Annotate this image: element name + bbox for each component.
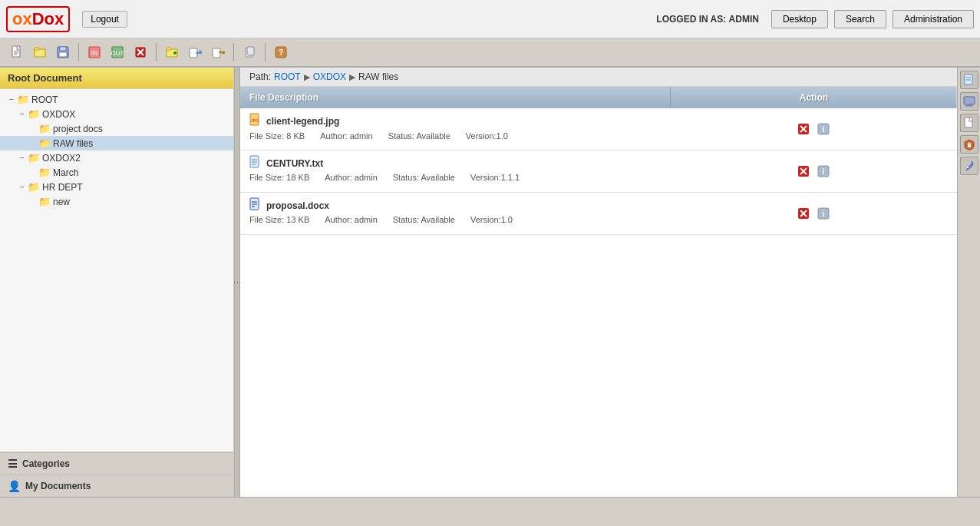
tree-toggle-oxdox[interactable]: − — [17, 110, 28, 118]
tree-toggle-root[interactable]: − — [6, 95, 17, 104]
rp-button-1[interactable] — [960, 71, 978, 89]
tree-item-raw-files[interactable]: 📁 RAW files — [0, 136, 233, 151]
file-size-1: File Size: 8 KB — [249, 131, 305, 141]
open-button[interactable] — [29, 42, 51, 62]
sidebar-header: Root Document — [0, 68, 233, 89]
sidebar: Root Document − 📁 ROOT − 📁 OXDOX 📁 proje… — [0, 68, 234, 497]
tree-item-hr-dept[interactable]: − 📁 HR DEPT — [0, 180, 233, 194]
folder-icon-hr-dept: 📁 — [28, 181, 40, 193]
breadcrumb-prefix: Path: — [249, 71, 271, 82]
export-button[interactable] — [207, 42, 229, 62]
rp-button-3[interactable] — [960, 114, 978, 132]
svg-text:i: i — [823, 210, 825, 218]
search-button[interactable]: Search — [834, 10, 886, 28]
status-bar — [0, 497, 980, 514]
content-area: Path: ROOT ▶ OXDOX ▶ RAW files File Desc… — [240, 68, 957, 497]
svg-text:i: i — [823, 125, 825, 134]
logged-in-label: LOGGED IN AS: ADMIN — [656, 14, 759, 25]
rp-button-4[interactable] — [960, 135, 978, 154]
breadcrumb-arrow2: ▶ — [349, 72, 355, 82]
save-button[interactable] — [52, 42, 74, 62]
rp-button-2[interactable] — [960, 92, 978, 111]
logo-ox: ox — [12, 9, 32, 28]
logo-text: oxDox — [6, 6, 70, 32]
file-status-2: Status: Available — [393, 173, 455, 182]
file-name-1[interactable]: JPG client-legend.jpg — [249, 113, 661, 130]
tree-item-oxdox[interactable]: − 📁 OXDOX — [0, 107, 233, 121]
rp-button-5[interactable] — [960, 157, 978, 175]
help-button[interactable]: ? — [270, 42, 292, 62]
file-meta-1: File Size: 8 KB Author: admin Status: Av… — [249, 131, 661, 141]
my-documents-btn[interactable]: 👤 My Documents — [0, 475, 233, 497]
import-button[interactable] — [184, 42, 206, 62]
delete-file-3-button[interactable] — [795, 205, 812, 222]
tree-label-march: March — [53, 167, 78, 178]
tree-toggle-hr-dept[interactable]: − — [17, 183, 28, 191]
delete-file-1-button[interactable] — [795, 121, 812, 137]
file-table-body: JPG client-legend.jpg File Size: 8 KB Au… — [240, 108, 957, 235]
checkout-button[interactable]: OUT — [107, 42, 128, 62]
tree-label-project-docs: project docs — [53, 124, 103, 134]
my-documents-label: My Documents — [25, 481, 91, 491]
table-row: JPG client-legend.jpg File Size: 8 KB Au… — [240, 108, 957, 151]
tree-item-root[interactable]: − 📁 ROOT — [0, 92, 233, 107]
svg-text:OUT: OUT — [111, 50, 124, 57]
new-doc-button[interactable] — [6, 42, 28, 62]
add-folder-button[interactable] — [161, 42, 183, 62]
tree-label-raw-files: RAW files — [53, 138, 93, 149]
file-status-1: Status: Available — [388, 131, 450, 141]
folder-icon-root: 📁 — [17, 94, 29, 105]
svg-rect-27 — [247, 47, 254, 55]
info-file-3-button[interactable]: i — [815, 205, 832, 222]
categories-btn[interactable]: ☰ Categories — [0, 452, 233, 475]
action-cell-1: i — [670, 108, 957, 151]
folder-icon-oxdox2: 📁 — [28, 152, 40, 164]
breadcrumb-oxdox[interactable]: OXDOX — [313, 71, 346, 82]
file-icon-txt-2 — [249, 155, 262, 171]
file-author-2: Author: admin — [325, 173, 378, 182]
logo: oxDox — [6, 6, 70, 32]
file-name-3[interactable]: proposal.docx — [249, 197, 661, 213]
delete-file-2-button[interactable] — [795, 163, 812, 180]
svg-text:IN: IN — [91, 49, 98, 57]
tree-toggle-oxdox2[interactable]: − — [17, 154, 28, 162]
breadcrumb-current: RAW files — [358, 71, 398, 82]
file-name-2[interactable]: CENTURY.txt — [249, 155, 661, 171]
categories-label: Categories — [22, 458, 70, 469]
col-action: Action — [670, 87, 957, 108]
desktop-button[interactable]: Desktop — [771, 10, 828, 28]
file-version-3: Version:1.0 — [470, 215, 513, 224]
info-file-1-button[interactable]: i — [815, 121, 832, 137]
info-file-2-button[interactable]: i — [815, 163, 832, 180]
tree-label-oxdox: OXDOX — [42, 109, 75, 120]
tree-item-project-docs[interactable]: 📁 project docs — [0, 121, 233, 136]
table-row: CENTURY.txt File Size: 18 KB Author: adm… — [240, 151, 957, 193]
tree-item-march[interactable]: 📁 March — [0, 165, 233, 180]
delete-toolbar-button[interactable] — [130, 42, 151, 62]
logo-dox: Dox — [32, 9, 64, 28]
table-row: proposal.docx File Size: 13 KB Author: a… — [240, 193, 957, 235]
right-panel — [957, 68, 980, 497]
categories-icon: ☰ — [8, 458, 18, 470]
sidebar-tree: − 📁 ROOT − 📁 OXDOX 📁 project docs 📁 RAW — [0, 89, 233, 452]
header-right: LOGGED IN AS: ADMIN Desktop Search Admin… — [656, 10, 974, 28]
tree-item-oxdox2[interactable]: − 📁 OXDOX2 — [0, 151, 233, 165]
breadcrumb-root[interactable]: ROOT — [274, 71, 301, 82]
collapse-handle[interactable]: ⋮ — [234, 68, 240, 497]
copy-button[interactable] — [239, 42, 260, 62]
logout-button[interactable]: Logout — [82, 11, 127, 28]
main-layout: Root Document − 📁 ROOT − 📁 OXDOX 📁 proje… — [0, 68, 980, 497]
svg-point-64 — [967, 167, 968, 168]
svg-rect-5 — [35, 48, 39, 50]
administration-button[interactable]: Administration — [893, 10, 974, 28]
action-cell-2: i — [670, 151, 957, 193]
content-scroll: File Description Action JPG client-legen — [240, 87, 957, 497]
checkin-button[interactable]: IN — [84, 42, 105, 62]
folder-icon-raw-files: 📁 — [38, 137, 51, 149]
action-cell-3: i — [670, 193, 957, 235]
svg-rect-7 — [60, 47, 66, 51]
file-author-3: Author: admin — [325, 215, 378, 224]
tree-item-new[interactable]: 📁 new — [0, 194, 233, 209]
file-version-1: Version:1.0 — [466, 131, 508, 141]
file-info-cell-2: CENTURY.txt File Size: 18 KB Author: adm… — [240, 151, 670, 193]
